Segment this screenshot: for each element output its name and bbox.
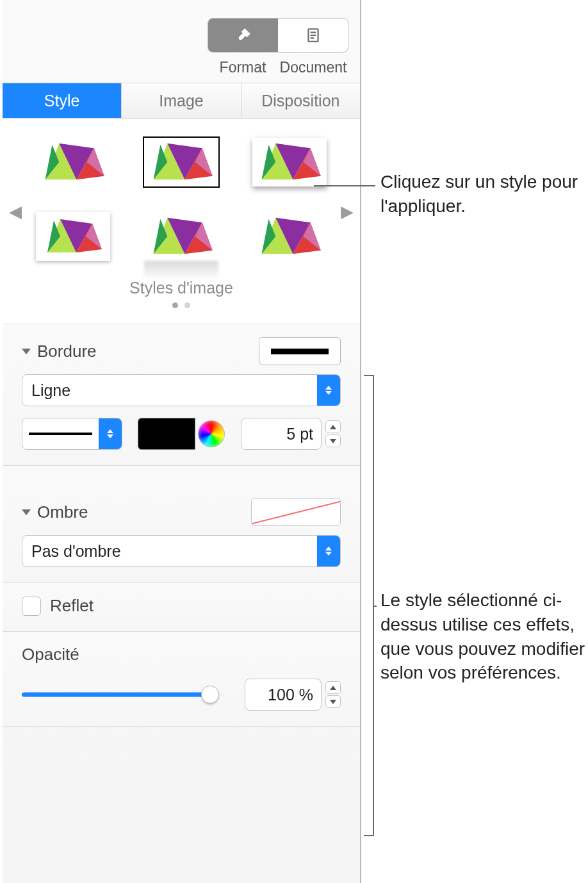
callout-leader-line (314, 185, 375, 186)
style-thumbnail[interactable] (252, 212, 327, 261)
disclosure-triangle-icon[interactable] (22, 509, 31, 515)
paintbrush-icon (235, 27, 252, 44)
thumb-art-icon (252, 138, 327, 186)
opacity-value-input[interactable]: 100 % (245, 679, 322, 711)
stepper-down-button[interactable] (325, 434, 341, 447)
shadow-title: Ombre (37, 502, 88, 522)
tab-style[interactable]: Style (3, 83, 122, 118)
style-thumbnail[interactable] (252, 138, 327, 186)
thumb-art-icon (252, 212, 327, 261)
stepper-arrows-icon (99, 418, 122, 449)
callout-bracket (365, 375, 374, 836)
document-segment[interactable] (278, 19, 348, 52)
opacity-section: Opacité 100 % (3, 631, 360, 727)
stepper-up-button[interactable] (325, 420, 341, 433)
border-width-input[interactable]: 5 pt (241, 418, 322, 450)
gallery-next-button[interactable]: ▶ (341, 202, 354, 222)
style-thumbnail-selected[interactable] (144, 138, 218, 186)
page-dot[interactable] (184, 302, 190, 308)
thumb-art-icon (38, 214, 108, 259)
gallery-title: Styles d'image (28, 279, 334, 297)
callout-top: Cliquez sur un style pour l'appliquer. (380, 170, 579, 219)
view-segmented-control (208, 18, 348, 53)
thumb-art-icon (144, 138, 218, 186)
opacity-slider[interactable] (22, 682, 210, 707)
line-style-select[interactable] (22, 418, 122, 450)
style-thumbnail[interactable] (144, 212, 218, 261)
color-wheel-icon[interactable] (198, 420, 225, 447)
gallery-prev-button[interactable]: ◀ (9, 202, 22, 222)
shadow-section: Ombre Pas d'ombre (3, 465, 360, 582)
reflection-checkbox[interactable] (22, 597, 41, 616)
border-preview-swatch[interactable] (259, 337, 341, 365)
border-line-icon (271, 349, 329, 354)
border-width-stepper[interactable] (325, 420, 341, 447)
format-segment[interactable] (208, 19, 278, 52)
color-swatch-icon (138, 418, 196, 450)
opacity-stepper[interactable] (325, 681, 341, 708)
callout-bottom: Le style sélectionné ci-dessus utilise c… (380, 588, 585, 685)
line-preview-icon (29, 433, 92, 435)
segment-labels: Format Document (3, 58, 360, 83)
shadow-type-value: Pas d'ombre (22, 542, 317, 561)
inspector-toolbar (3, 0, 360, 58)
border-color-well[interactable] (138, 418, 225, 450)
stepper-arrows-icon (317, 375, 340, 406)
opacity-title: Opacité (22, 645, 79, 664)
reflection-section: Reflet (3, 582, 360, 631)
stepper-down-button[interactable] (325, 695, 341, 708)
border-title: Bordure (37, 342, 97, 361)
border-type-select[interactable]: Ligne (22, 374, 341, 406)
inspector-panel: Format Document Style Image Disposition … (3, 0, 361, 883)
inspector-tabs: Style Image Disposition (3, 83, 360, 119)
stepper-up-button[interactable] (325, 681, 341, 694)
shadow-preview-swatch[interactable] (251, 498, 341, 526)
tab-layout[interactable]: Disposition (241, 83, 360, 118)
document-label: Document (278, 59, 348, 76)
gallery-page-dots (28, 297, 334, 317)
format-label: Format (208, 59, 278, 76)
shadow-type-select[interactable]: Pas d'ombre (22, 535, 341, 567)
disclosure-triangle-icon[interactable] (22, 349, 31, 354)
style-thumbnail[interactable] (36, 212, 110, 261)
page-dot-active[interactable] (172, 302, 178, 308)
document-icon (305, 27, 322, 44)
border-section: Bordure Ligne 5 pt (3, 324, 360, 465)
tab-image[interactable]: Image (122, 83, 241, 118)
thumb-art-icon (36, 138, 110, 186)
callout-leader-line (374, 606, 377, 607)
border-type-value: Ligne (22, 381, 317, 400)
thumb-art-icon (144, 212, 218, 261)
stepper-arrows-icon (317, 536, 340, 566)
style-thumbnail[interactable] (36, 138, 110, 186)
reflection-title: Reflet (50, 596, 94, 616)
slider-knob-icon[interactable] (201, 686, 219, 704)
style-gallery: ◀ ▶ Styles d'image (3, 119, 360, 324)
